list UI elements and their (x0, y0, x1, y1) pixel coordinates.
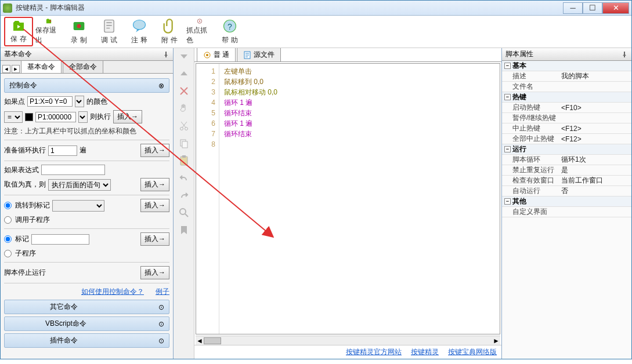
insert-button-4[interactable]: 插入→ (140, 199, 169, 212)
colorcode-input[interactable] (35, 112, 76, 122)
prop-row[interactable]: 全部中止热键<F12> (502, 134, 631, 144)
prop-row[interactable]: 自动运行否 (502, 186, 631, 196)
comment-button[interactable]: 注 释 (125, 17, 154, 46)
svg-rect-13 (182, 155, 186, 158)
copy-icon[interactable] (178, 137, 190, 149)
up-icon[interactable] (178, 68, 190, 79)
insert-button-1[interactable]: 插入→ (113, 110, 142, 123)
row-callsub: 调用子程序 (4, 215, 169, 225)
property-grid: −基本 描述我的脚本 文件名 −热键 启动热键<F10> 暂停/继续热键 中止热… (502, 61, 631, 359)
cat-other[interactable]: −其他 (502, 196, 631, 207)
svg-point-8 (180, 128, 183, 130)
cat-hotkey[interactable]: −热键 (502, 92, 631, 103)
tab-basic-cmd[interactable]: 基本命令 (21, 60, 62, 73)
svg-point-16 (206, 54, 208, 56)
group-plugin-cmd[interactable]: 插件命令 ⊙ (4, 333, 169, 348)
op-select[interactable]: = (4, 111, 23, 123)
radio-mark[interactable] (4, 235, 12, 243)
prop-row[interactable]: 脚本循环循环1次 (502, 155, 631, 165)
main-toolbar: 保 存 保存退出 录 制 调 试 注 释 附 件 抓点抓色 ? 帮 助 (1, 16, 631, 48)
left-panel: 基本命令 ◄ ► 基本命令 全部命令 控制命令 ⊗ 如果点 的颜色 (1, 48, 174, 359)
cat-run[interactable]: −运行 (502, 144, 631, 155)
link-official[interactable]: 按键精灵官方网站 (346, 347, 402, 357)
save-exit-button[interactable]: 保存退出 (34, 17, 63, 46)
color-swatch[interactable] (25, 113, 33, 121)
tab-all-cmd[interactable]: 全部命令 (63, 60, 103, 73)
prop-row[interactable]: 启动热键<F10> (502, 103, 631, 113)
color-dropdown[interactable] (78, 111, 88, 123)
svg-point-1 (77, 24, 81, 28)
footer-links: 按键精灵官方网站 按键精灵 按键宝典网络版 (194, 345, 501, 359)
undo-icon[interactable] (178, 172, 190, 184)
capture-button[interactable]: 抓点抓色 (185, 17, 214, 46)
prop-row[interactable]: 描述我的脚本 (502, 71, 631, 82)
group-other-cmd[interactable]: 其它命令 ⊙ (4, 300, 169, 314)
attach-button[interactable]: 附 件 (155, 17, 184, 46)
insert-button-6[interactable]: 插入→ (140, 266, 169, 279)
prop-row[interactable]: 检查有效窗口当前工作窗口 (502, 176, 631, 186)
row-ifexpr: 如果表达式 (4, 165, 169, 175)
coord-dropdown[interactable] (75, 96, 84, 107)
example-link[interactable]: 例子 (156, 287, 169, 297)
insert-button-5[interactable]: 插入→ (140, 232, 169, 246)
save-button[interactable]: 保 存 (4, 17, 33, 46)
action-select[interactable]: 执行后面的语句 (48, 179, 111, 191)
close-button[interactable]: ✕ (602, 2, 629, 14)
code-editor[interactable]: 12345678 左键单击鼠标移到 0,0鼠标相对移动 0,0循环 1 遍循环结… (196, 63, 500, 334)
help-button[interactable]: ? 帮 助 (215, 17, 244, 46)
insert-button-3[interactable]: 插入→ (140, 178, 169, 191)
minimize-button[interactable]: ─ (563, 2, 583, 14)
cat-basic[interactable]: −基本 (502, 61, 631, 71)
down-icon[interactable] (178, 50, 190, 62)
link-qmacro[interactable]: 按键精灵 (411, 347, 439, 357)
titlebar: 按键精灵 - 脚本编辑器 ─ ☐ ✕ (1, 1, 631, 16)
find-icon[interactable] (178, 207, 190, 219)
horizontal-scrollbar[interactable]: ◄ ► (196, 336, 500, 345)
tab-source[interactable]: 源文件 (237, 48, 281, 61)
coord-input[interactable] (27, 96, 73, 107)
redo-icon[interactable] (178, 190, 190, 201)
left-subtabs: ◄ ► 基本命令 全部命令 (1, 61, 173, 74)
pin-icon[interactable] (162, 51, 169, 58)
prop-row[interactable]: 禁止重复运行是 (502, 165, 631, 176)
radio-subprog[interactable] (4, 250, 12, 257)
app-icon (3, 3, 12, 13)
bookmark-icon[interactable] (178, 224, 190, 236)
line-gutter: 12345678 (196, 64, 219, 334)
paste-icon[interactable] (178, 155, 190, 166)
pin-icon[interactable] (621, 51, 628, 58)
group-control-cmd[interactable]: 控制命令 ⊗ (4, 78, 169, 93)
mark-input[interactable] (31, 234, 89, 245)
svg-point-14 (180, 209, 186, 214)
debug-button[interactable]: 调 试 (95, 17, 124, 46)
prop-row[interactable]: 暂停/继续热键 (502, 113, 631, 123)
center-panel: 普 通 源文件 12345678 左键单击鼠标移到 0,0鼠标相对移动 0,0循… (194, 48, 501, 359)
code-area[interactable]: 左键单击鼠标移到 0,0鼠标相对移动 0,0循环 1 遍循环结束循环 1 遍循环… (219, 64, 500, 334)
radio-callsub[interactable] (4, 216, 12, 224)
prop-row[interactable]: 自定义界面 (502, 207, 631, 217)
cut-icon[interactable] (178, 120, 190, 132)
tab-normal[interactable]: 普 通 (197, 48, 236, 61)
howto-link[interactable]: 如何使用控制命令？ (81, 287, 144, 297)
prop-row[interactable]: 文件名 (502, 82, 631, 92)
nav-next-button[interactable]: ► (12, 65, 20, 73)
nav-prev-button[interactable]: ◄ (2, 65, 10, 73)
insert-button-2[interactable]: 插入→ (140, 144, 169, 157)
expr-input[interactable] (41, 165, 105, 175)
radio-jump[interactable] (4, 202, 12, 209)
expand-icon: ⊙ (158, 337, 164, 345)
loop-count-input[interactable] (48, 145, 77, 156)
left-content: 控制命令 ⊗ 如果点 的颜色 = 则执行 插入→ 注意：上方工 (1, 74, 173, 359)
record-button[interactable]: 录 制 (64, 17, 93, 46)
prop-row[interactable]: 中止热键<F12> (502, 123, 631, 134)
row-coloreq: = 则执行 插入→ (4, 110, 169, 123)
row-loop: 准备循环执行 遍 插入→ (4, 144, 169, 157)
hand-icon[interactable] (178, 103, 190, 114)
delete-icon[interactable] (178, 85, 190, 97)
right-panel-title: 脚本属性 (505, 49, 621, 59)
jump-select[interactable] (52, 200, 104, 212)
link-baodian[interactable]: 按键宝典网络版 (448, 347, 497, 357)
maximize-button[interactable]: ☐ (583, 2, 602, 14)
group-vbs-cmd[interactable]: VBScript命令 ⊙ (4, 316, 169, 331)
folder-exit-icon (41, 18, 57, 24)
